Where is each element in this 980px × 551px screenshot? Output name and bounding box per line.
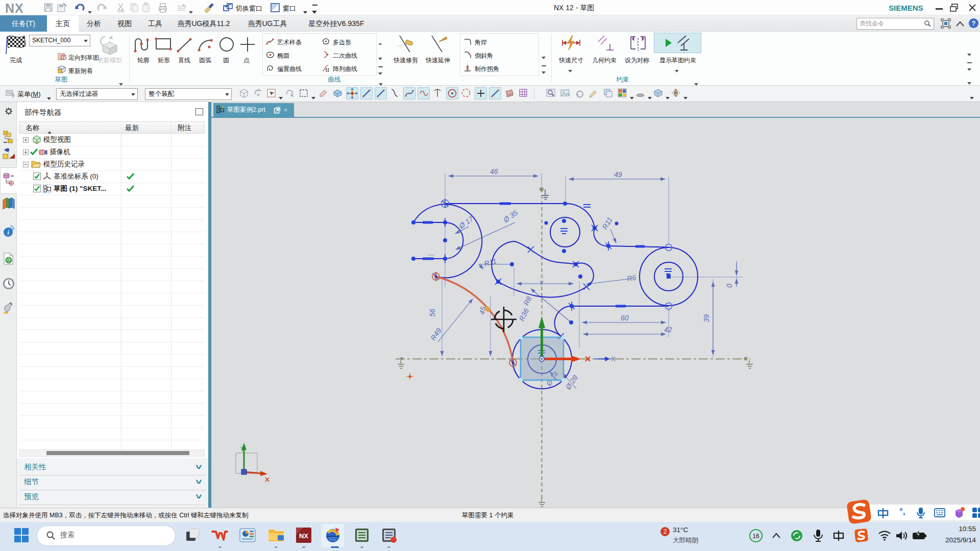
svg-text:49: 49 <box>614 170 622 179</box>
svg-text:R49: R49 <box>429 327 443 342</box>
svg-text:60: 60 <box>621 314 629 322</box>
svg-text:42: 42 <box>664 325 672 334</box>
svg-text:R36: R36 <box>518 307 530 322</box>
svg-text:56: 56 <box>428 309 436 317</box>
svg-text:R8: R8 <box>522 295 533 307</box>
svg-text:R11: R11 <box>483 257 498 268</box>
svg-text:NX: NX <box>299 532 308 540</box>
svg-text:39: 39 <box>702 314 710 322</box>
svg-text:Ø 35: Ø 35 <box>501 209 519 224</box>
svg-text:R11: R11 <box>601 216 614 231</box>
svg-text:X: X <box>611 355 616 363</box>
svg-text:R6: R6 <box>626 273 637 283</box>
svg-text:0: 0 <box>725 284 733 288</box>
svg-text:46: 46 <box>490 167 498 176</box>
svg-text:Y: Y <box>540 280 544 287</box>
